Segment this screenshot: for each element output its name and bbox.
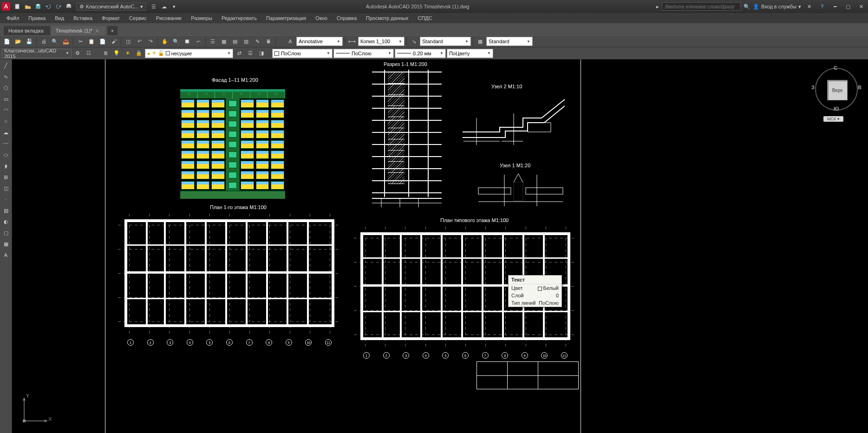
tablestyle-combo[interactable]: Standard▼ [486,37,533,46]
qat-print-icon[interactable] [64,2,73,11]
menu-file[interactable]: Файл [2,14,24,22]
tab-new[interactable]: Новая вкладка [4,26,50,35]
menu-parametric[interactable]: Параметризация [261,14,311,22]
menu-insert[interactable]: Вставка [69,14,97,22]
workspace-combo[interactable]: Классически...utoCAD 2015▼ [2,49,72,58]
compass-n[interactable]: С [834,65,837,71]
insert-icon[interactable]: ⊞ [1,172,11,182]
region-icon[interactable]: ▢ [1,228,11,238]
linetype-combo[interactable]: ПоСлою▼ [333,49,394,58]
layer-prev-icon[interactable]: ⇄ [234,48,244,59]
zoom-rt-icon[interactable]: 🔍 [171,36,181,46]
qat-cloud-icon[interactable]: ☁ [159,2,169,11]
tp-icon[interactable]: ▤ [230,36,240,46]
spline-icon[interactable]: 〰 [1,138,11,149]
polygon-icon[interactable]: ⬠ [1,83,11,93]
pline-icon[interactable]: ∿ [1,72,11,82]
layer-on-icon[interactable]: 💡 [111,48,122,59]
qat-open-icon[interactable] [23,2,33,11]
menu-edit[interactable]: Правка [24,14,50,22]
textstyle-icon[interactable]: A [285,36,295,46]
zoom-win-icon[interactable]: 🔲 [182,36,192,46]
layer-iso-icon[interactable]: ◨ [256,48,267,59]
textstyle-combo[interactable]: Annotative▼ [296,37,343,46]
workspace-picker[interactable]: ⚙ Классический AutoC... ▾ [76,3,146,11]
compass-s[interactable]: Ю [834,106,839,112]
app-logo[interactable]: A [2,2,10,11]
menu-draw[interactable]: Рисование [151,14,186,22]
point-icon[interactable]: · [1,194,11,204]
line-icon[interactable]: ╱ [1,60,11,71]
ws-settings-icon[interactable]: ⚙ [72,48,83,59]
qat-undo-icon[interactable] [44,2,53,11]
viewcube[interactable]: С В Ю З Верх МСК ▾ [813,66,860,131]
preview-icon[interactable]: 🔍 [50,36,60,46]
qat-redo-icon[interactable] [54,2,63,11]
circle-icon[interactable]: ○ [1,116,11,126]
qat-new-icon[interactable] [13,2,22,11]
publish-icon[interactable]: 📤 [61,36,71,46]
print-icon[interactable]: 🖨 [39,36,49,46]
table-icon[interactable]: ▦ [1,239,11,249]
mleaderstyle-icon[interactable]: ↘ [409,36,419,46]
props-icon[interactable]: ☰ [208,36,218,46]
open-icon[interactable]: 📂 [13,36,23,46]
qat-dropdown-icon[interactable]: ▾ [170,2,179,11]
arc-icon[interactable]: ◠ [1,105,11,115]
mtext-icon[interactable]: A [1,250,11,260]
layer-freeze-icon[interactable]: ☀ [123,48,133,59]
qat-ws-save-icon[interactable]: ☰ [149,2,158,11]
menu-format[interactable]: Формат [97,14,124,22]
maximize-button[interactable]: ▢ [843,2,853,11]
copy-icon[interactable]: 📋 [86,36,97,46]
menu-dimension[interactable]: Размеры [186,14,217,22]
qcalc-icon[interactable]: 🖩 [263,36,274,46]
lineweight-combo[interactable]: 0.20 мм▼ [395,49,446,58]
hatch-icon[interactable]: ▨ [1,205,11,216]
layer-lock-icon[interactable]: 🔒 [134,48,144,59]
search-play-icon[interactable]: ▸ [656,4,659,10]
block-icon[interactable]: ◫ [1,183,11,193]
minimize-button[interactable]: ━ [830,2,840,11]
search-input[interactable] [662,2,741,11]
zoom-prev-icon[interactable]: ⤺ [193,36,203,46]
ws-save-icon[interactable]: ☷ [84,48,94,59]
wcs-badge[interactable]: МСК ▾ [823,116,843,122]
gradient-icon[interactable]: ◐ [1,216,11,227]
revcloud-icon[interactable]: ☁ [1,127,11,138]
ssm-icon[interactable]: ▥ [241,36,251,46]
viewcube-top[interactable]: Верх [827,80,848,100]
ellipse-icon[interactable]: ⬭ [1,150,11,160]
new-icon[interactable]: 📄 [2,36,12,46]
block-icon[interactable]: ◫ [123,36,133,46]
rectangle-icon[interactable]: ▭ [1,94,11,104]
layer-combo[interactable]: ● ☀ 🔓 несущие ▼ [145,49,233,58]
layer-state-icon[interactable]: ☰ [245,48,255,59]
signin-button[interactable]: 👤 Вход в службы ▾ [753,4,801,10]
compass-w[interactable]: З [811,85,815,90]
menu-spds[interactable]: СПДС [413,14,437,22]
dimstyle-combo[interactable]: Копия 1_100▼ [358,37,405,46]
tab-add-button[interactable]: + [107,26,117,35]
menu-modify[interactable]: Редактировать [217,14,261,22]
save-icon[interactable]: 💾 [24,36,34,46]
undo-icon[interactable]: ↶ [134,36,144,46]
menu-express[interactable]: Просмотр данных [361,14,413,22]
tablestyle-icon[interactable]: ▦ [475,36,485,46]
tab-timashevsk[interactable]: Timashevsk (1)*✕ [51,26,105,35]
markup-icon[interactable]: ✎ [252,36,262,46]
menu-tools[interactable]: Сервис [124,14,151,22]
drawing-canvas[interactable]: Фасад 1–11 М1:200 Разрез 1-1 М1:200 Узел… [12,59,868,433]
menu-help[interactable]: Справка [332,14,361,22]
compass-e[interactable]: В [858,85,861,90]
menu-window[interactable]: Окно [311,14,332,22]
menu-view[interactable]: Вид [50,14,69,22]
plotstyle-combo[interactable]: ПоЦвету▼ [447,49,493,58]
paste-icon[interactable]: 📄 [98,36,108,46]
exchange-icon[interactable]: ✕ [804,2,814,11]
matchprops-icon[interactable]: 🖌 [109,36,119,46]
infocenter-icon[interactable]: 🔍 [744,4,750,10]
pan-icon[interactable]: ✋ [160,36,170,46]
mleaderstyle-combo[interactable]: Standard▼ [420,37,471,46]
layerprops-icon[interactable]: ≣ [100,48,111,59]
